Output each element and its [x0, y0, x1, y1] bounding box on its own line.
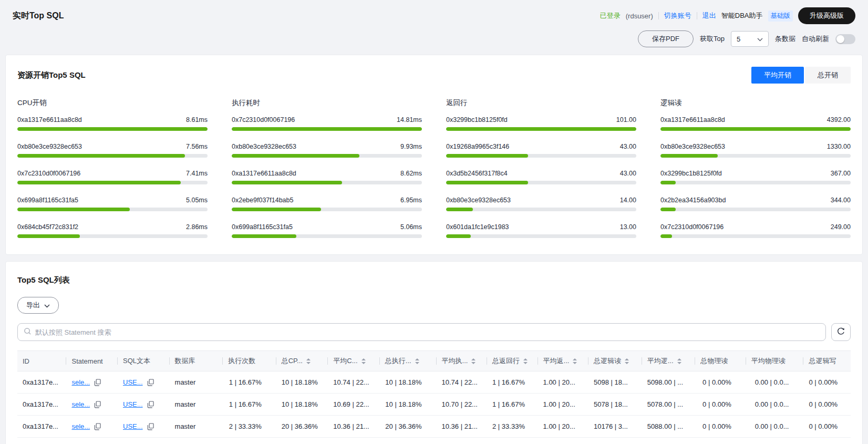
metric-cell: 0 | 0.00%	[803, 394, 851, 416]
sort-icon[interactable]	[361, 358, 366, 364]
table-row: 0xa1317e...sele...USE...master2 | 33.33%…	[17, 416, 851, 438]
export-button-label: 导出	[26, 301, 40, 310]
sort-icon[interactable]	[306, 358, 311, 364]
metric-cell: 5098.00 | ...	[642, 371, 696, 394]
bar-track	[660, 181, 851, 184]
column-header-label: 总逻辑读	[594, 357, 621, 365]
statement-link[interactable]: sele...	[71, 400, 90, 408]
bar-fill	[232, 234, 296, 238]
bar-fill	[446, 181, 528, 184]
column-header[interactable]: 平均逻...	[642, 351, 696, 371]
bar-fill	[660, 154, 718, 158]
top-count-select[interactable]: 5	[731, 31, 769, 47]
sql-id-cell: 0xa1317e...	[17, 416, 66, 438]
bar-list: 0xa1317e6611aa8c8d 4392.00 0xb80e3ce9328…	[660, 116, 851, 238]
metric-value: 5.05ms	[186, 197, 208, 204]
sort-icon[interactable]	[523, 358, 528, 364]
column-header[interactable]: 总逻辑读	[588, 351, 642, 371]
metric-cell: 10.70 | 22...	[437, 394, 488, 416]
table-row: 0xa1317e...sele...USE...master1 | 16.67%…	[17, 371, 851, 394]
metric-cell: 1 | 16.67%	[223, 394, 276, 416]
logout-link[interactable]: 退出	[702, 11, 716, 20]
sort-icon[interactable]	[471, 358, 476, 364]
bar-list: 0xa1317e6611aa8c8d 8.61ms 0xb80e3ce9328e…	[17, 116, 208, 238]
copy-icon[interactable]	[147, 401, 154, 408]
metric-value: 101.00	[616, 116, 636, 123]
export-button[interactable]: 导出	[17, 297, 59, 314]
copy-icon[interactable]	[147, 379, 154, 386]
sort-icon[interactable]	[415, 358, 419, 364]
column-header-label: 平均执...	[442, 357, 468, 365]
statement-link[interactable]: sele...	[71, 422, 90, 430]
metric-cell: 1.00 | 20...	[538, 371, 589, 394]
sql-text-cell: USE...	[118, 416, 170, 438]
bar-fill	[446, 154, 528, 158]
column-header[interactable]: 总CP...	[276, 351, 328, 371]
copy-icon[interactable]	[147, 423, 154, 430]
copy-icon[interactable]	[94, 379, 101, 386]
metric-value: 4392.00	[827, 116, 851, 123]
column-header: ID	[17, 351, 66, 371]
bar-item: 0xa1317e6611aa8c8d 8.61ms	[17, 116, 208, 131]
sql-id: 0xb80e3ce9328ec653	[232, 143, 296, 150]
metric-cell: 0 | 0.00%	[695, 394, 746, 416]
metric-cell: 0 | 0.00%	[695, 371, 746, 394]
column-header[interactable]: 平均执...	[437, 351, 488, 371]
metric-cell: 8 | 14.55%	[276, 438, 328, 444]
statement-link[interactable]: sele...	[71, 378, 90, 386]
column-header: SQL文本	[118, 351, 170, 371]
copy-icon[interactable]	[94, 423, 101, 430]
bar-list: 0x7c2310d0f0067196 14.81ms 0xb80e3ce9328…	[232, 116, 422, 238]
column-header[interactable]: 平均C...	[328, 351, 380, 371]
statement-cell: sele...	[66, 416, 118, 438]
sort-icon[interactable]	[573, 358, 577, 364]
metric-column: 返回行 0x3299bc1b8125f0fd 101.00 0x19268a99…	[446, 98, 636, 250]
bar-item: 0xb80e3ce9328ec653 7.56ms	[17, 143, 208, 158]
save-pdf-button[interactable]: 保存PDF	[638, 30, 694, 47]
column-header[interactable]: 总返回行	[487, 351, 538, 371]
top-header: 实时Top SQL 已登录 (rdsuser) 切换账号 退出 智能DBA助手 …	[0, 0, 868, 27]
bar-fill	[17, 127, 208, 131]
login-status: 已登录	[600, 11, 621, 20]
sql-id: 0x699a8f1165c31fa5	[17, 197, 78, 204]
sql-text-cell: USE...	[118, 438, 170, 444]
sql-text-link[interactable]: USE...	[123, 422, 143, 430]
column-header: 总逻辑写	[803, 351, 851, 371]
bar-list: 0x3299bc1b8125f0fd 101.00 0x19268a9965c3…	[446, 116, 636, 238]
metric-cell: 5088.00 | ...	[642, 416, 696, 438]
search-input[interactable]	[35, 328, 820, 336]
avg-cost-tab[interactable]: 平均开销	[751, 67, 804, 84]
statement-cell: sele...	[66, 371, 118, 394]
column-header-label: 总返回行	[492, 357, 520, 365]
switch-account-link[interactable]: 切换账号	[664, 11, 691, 20]
metric-cell: 5078 | 18...	[588, 394, 642, 416]
column-header[interactable]: 平均返...	[538, 351, 589, 371]
metric-cell: 8.30 | 17...	[437, 438, 488, 444]
metric-cell: 10176 | 3...	[588, 416, 642, 438]
sort-icon[interactable]	[677, 358, 681, 364]
toolbar: 保存PDF 获取Top 5 条数据 自动刷新	[0, 27, 868, 55]
column-header-label: 总执行...	[385, 357, 411, 365]
metric-cell: 0.00 | 0.0...	[746, 416, 804, 438]
column-header-label: 平均物理读	[751, 357, 786, 365]
sql-text-link[interactable]: USE...	[123, 400, 143, 408]
copy-icon[interactable]	[94, 401, 101, 408]
sql-text-link[interactable]: USE...	[123, 378, 143, 386]
page-title: 实时Top SQL	[13, 11, 64, 22]
auto-refresh-toggle[interactable]	[835, 34, 855, 44]
upgrade-button[interactable]: 升级高级版	[798, 7, 855, 24]
search-icon	[24, 327, 32, 337]
total-cost-tab[interactable]: 总开销	[805, 67, 851, 84]
sql-id-cell: 0xa1317e...	[17, 438, 66, 444]
column-header[interactable]: 总执行...	[380, 351, 437, 371]
search-row	[17, 323, 851, 341]
list-card-title: Top5 SQL列表	[17, 275, 851, 285]
metric-cell: 2 | 33.33%	[487, 416, 538, 438]
metric-cell: 20 | 36.36%	[380, 416, 437, 438]
refresh-search-button[interactable]	[831, 323, 851, 341]
sql-id-cell: 0xa1317e...	[17, 371, 66, 394]
bar-track	[232, 127, 422, 131]
sort-icon[interactable]	[625, 358, 629, 364]
metric-cell: 0.00 | 0.0...	[746, 394, 804, 416]
toggle-knob	[836, 35, 844, 43]
